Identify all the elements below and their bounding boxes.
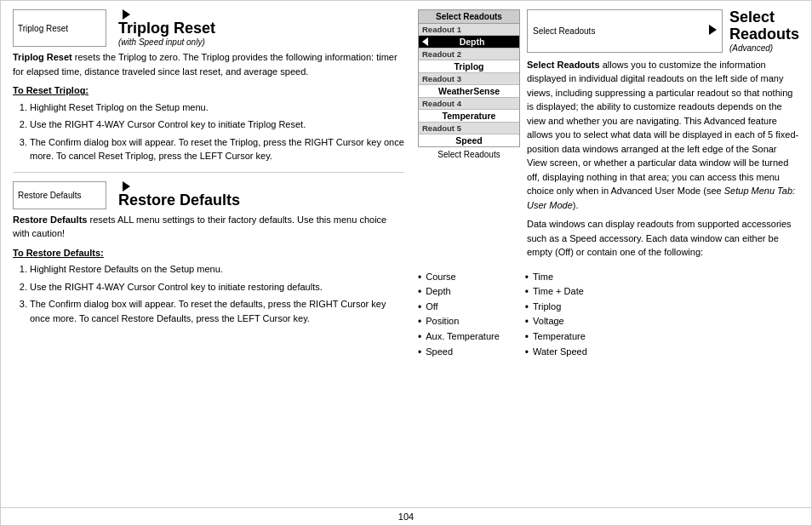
right-panel-label-box: Select Readouts — [527, 9, 723, 53]
restore-defaults-title-block: Restore Defaults — [106, 181, 240, 209]
restore-arrow — [118, 181, 240, 192]
restore-step-2: Use the RIGHT 4-WAY Cursor Control key t… — [30, 280, 404, 294]
triplog-reset-subtitle: (with Speed input only) — [118, 37, 215, 47]
triplog-reset-body: Triplog Reset resets the Triplog to zero… — [13, 50, 404, 163]
readout-row-2-label: Readout 2 — [419, 49, 519, 60]
restore-defaults-label-box: Restore Defaults — [13, 181, 106, 209]
right-body-para2: Data windows can display readouts from s… — [527, 217, 799, 260]
right-panel-title-2: Readouts — [729, 26, 799, 43]
triplog-reset-heading: To Reset Triplog: — [13, 83, 404, 98]
arrow-right-icon — [123, 9, 130, 20]
right-panel-header-area: Select Readouts Select Readouts (Advance… — [527, 9, 799, 265]
readout-row-temperature[interactable]: Temperature — [419, 110, 519, 123]
restore-defaults-bold: Restore Defaults — [13, 214, 87, 225]
list-item: Course — [418, 272, 500, 285]
right-panel-title-block: Select Readouts (Advanced) — [729, 9, 799, 53]
triplog-reset-steps: Highlight Reset Triplog on the Setup men… — [13, 100, 404, 163]
right-body-bold: Select Readouts — [527, 60, 600, 70]
widget-header: Select Readouts — [419, 10, 519, 24]
right-column: Select Readouts Readout 1 Depth — [413, 9, 799, 499]
triplog-step-2: Use the RIGHT 4-WAY Cursor Control key t… — [30, 117, 404, 132]
restore-step-3: The Confirm dialog box will appear. To r… — [30, 297, 404, 325]
readout-widget: Select Readouts Readout 1 Depth — [418, 9, 520, 147]
readout-row-depth[interactable]: Depth — [419, 36, 519, 49]
triplog-reset-title: Triplog Reset — [118, 20, 215, 37]
list-item: Speed — [418, 346, 500, 360]
right-body-para1-end: ). — [573, 200, 579, 210]
readout-row-triplog[interactable]: Triplog — [419, 60, 519, 73]
right-panel-label: Select Readouts — [533, 26, 595, 36]
list-item: Time — [525, 272, 587, 285]
list-item: Voltage — [525, 316, 587, 329]
readout-options-list: Course Depth Off Position Aux. Temperatu… — [418, 272, 799, 362]
readout-row-1-label: Readout 1 — [419, 24, 519, 36]
readout-row-weathersense[interactable]: WeatherSense — [419, 85, 519, 98]
right-body-para1: Select Readouts allows you to customize … — [527, 58, 799, 213]
triplog-reset-header: Triplog Reset Triplog Reset (with Speed … — [13, 9, 404, 47]
triplog-step-3: The Confirm dialog box will appear. To r… — [30, 135, 404, 163]
right-col-top: Select Readouts Readout 1 Depth — [418, 9, 799, 265]
restore-step-1: Highlight Restore Defaults on the Setup … — [30, 262, 404, 277]
readout-row-speed[interactable]: Speed — [419, 134, 519, 146]
right-panel-body: Select Readouts allows you to customize … — [527, 58, 799, 265]
readout-row-4-label: Readout 4 — [419, 98, 519, 110]
list-col-1: Course Depth Off Position Aux. Temperatu… — [418, 272, 500, 362]
list-col-2: Time Time + Date Triplog Voltage Tempera… — [525, 272, 587, 362]
list-item: Triplog — [525, 301, 587, 315]
restore-defaults-steps: Highlight Restore Defaults on the Setup … — [13, 262, 404, 325]
triplog-reset-intro: Triplog Reset resets the Triplog to zero… — [13, 50, 404, 78]
arrow-right-icon-3 — [709, 25, 717, 35]
restore-defaults-heading: To Restore Defaults: — [13, 246, 404, 260]
readout-row-5-label: Readout 5 — [419, 123, 519, 134]
restore-defaults-body: Restore Defaults resets ALL menu setting… — [13, 213, 404, 326]
triplog-reset-bold: Triplog Reset — [13, 52, 72, 62]
page-number: 104 — [398, 512, 414, 522]
triplog-reset-label: Triplog Reset — [18, 24, 68, 33]
readout-row-3-label: Readout 3 — [419, 73, 519, 85]
list-item: Depth — [418, 286, 500, 300]
page-footer: 104 — [1, 507, 811, 525]
right-panel-subtitle: (Advanced) — [729, 43, 799, 53]
widget-footer-text: Select Readouts — [437, 150, 500, 159]
arrow-left-icon — [422, 37, 428, 46]
list-item: Temperature — [525, 331, 587, 345]
page-container: Triplog Reset Triplog Reset (with Speed … — [0, 0, 812, 526]
section-divider-1 — [13, 172, 404, 173]
main-content: Triplog Reset Triplog Reset (with Speed … — [1, 1, 811, 507]
list-item: Water Speed — [525, 346, 587, 360]
right-panel-title-1: Select — [729, 9, 799, 26]
right-panel-header: Select Readouts Select Readouts (Advance… — [527, 9, 799, 53]
triplog-step-1: Highlight Reset Triplog on the Setup men… — [30, 100, 404, 115]
right-body-para1-text: allows you to customize the information … — [527, 60, 798, 197]
list-item: Time + Date — [525, 286, 587, 300]
right-panel-arrow — [709, 25, 717, 37]
restore-defaults-label: Restore Defaults — [18, 191, 81, 200]
triplog-reset-label-box: Triplog Reset — [13, 9, 106, 47]
left-column: Triplog Reset Triplog Reset (with Speed … — [13, 9, 404, 499]
triplog-arrow — [118, 9, 215, 20]
triplog-reset-title-block: Triplog Reset (with Speed input only) — [106, 9, 215, 47]
list-item: Position — [418, 316, 500, 329]
list-item: Off — [418, 301, 500, 315]
select-readouts-widget-container: Select Readouts Readout 1 Depth — [418, 9, 520, 265]
restore-defaults-intro: Restore Defaults resets ALL menu setting… — [13, 213, 404, 241]
restore-defaults-header: Restore Defaults Restore Defaults — [13, 181, 404, 209]
arrow-right-icon-2 — [123, 181, 130, 192]
restore-defaults-title: Restore Defaults — [118, 192, 240, 209]
list-item: Aux. Temperature — [418, 331, 500, 345]
